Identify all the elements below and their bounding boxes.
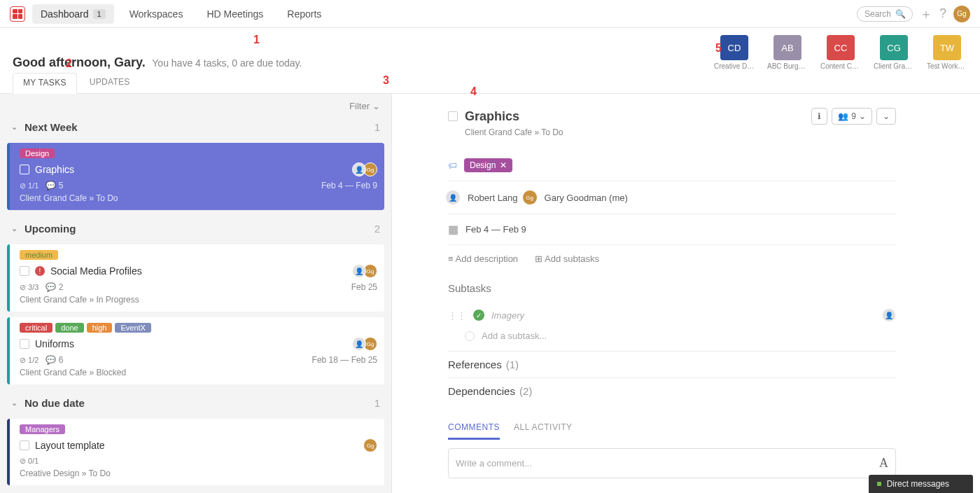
circle-icon (465, 331, 475, 341)
references-section[interactable]: References (1) (448, 351, 896, 377)
search-placeholder: Search (864, 9, 891, 19)
filter-button[interactable]: Filter ⌄ (0, 98, 391, 114)
task-card[interactable]: Design Graphics Gg ⊘ 1/1 💬 5 Feb 4 — Feb… (7, 143, 384, 210)
avatar[interactable] (352, 264, 366, 278)
task-path: Client Grand Cafe » In Progress (20, 295, 377, 305)
detail-actions-row: ≡ Add description ⊞ Add subtasks (448, 245, 896, 272)
subtasks-header: Subtasks (448, 282, 896, 294)
add-subtasks-button[interactable]: ⊞ Add subtasks (535, 254, 599, 264)
task-tag: done (55, 323, 83, 333)
section-count: 1 (374, 121, 380, 133)
section-header[interactable]: ⌄Next Week1 (0, 114, 391, 140)
subtabs: MY TASKS UPDATES (0, 70, 980, 94)
workspace-tile[interactable]: CCContent Cre... (820, 35, 861, 70)
chevron-down-icon: ⌄ (11, 398, 18, 408)
detail-dates-row[interactable]: ▦ Feb 4 — Feb 9 (448, 214, 896, 245)
nav-dashboard[interactable]: Dashboard 1 (32, 4, 114, 24)
task-list-pane: Filter ⌄ ⌄Next Week1 Design Graphics Gg … (0, 94, 392, 493)
workspace-tile[interactable]: ABABC Burgers... (767, 35, 808, 70)
dm-label: Direct messages (887, 479, 949, 489)
task-avatars: Gg (355, 337, 377, 351)
nav-label: Dashboard (41, 8, 89, 20)
detail-breadcrumb[interactable]: Client Grand Cafe » To Do (465, 127, 896, 137)
workspace-tile[interactable]: CDCreative De... (714, 35, 755, 70)
workspace-label: Test Worksp... (927, 62, 967, 70)
drag-handle-icon[interactable]: ⋮⋮ (448, 310, 466, 321)
greeting-sub: You have 4 tasks, 0 are due today. (152, 57, 302, 69)
task-card[interactable]: criticaldonehighEventX Uniforms Gg ⊘ 1/2… (7, 317, 384, 384)
task-checkbox[interactable] (20, 339, 29, 349)
search-input[interactable]: Search 🔍 (857, 6, 913, 22)
tag-row: medium (20, 250, 377, 260)
nav-workspaces[interactable]: Workspaces (121, 4, 192, 24)
subtask-item[interactable]: ⋮⋮ ✓ Imagery (448, 304, 896, 326)
status-dot-icon (877, 482, 881, 486)
task-card[interactable]: Managers Layout template Gg ⊘ 0/1 Creati… (7, 419, 384, 485)
greeting-main: Good afternoon, Gary. (13, 55, 146, 69)
filter-label: Filter (349, 101, 370, 111)
info-button[interactable]: ℹ (811, 108, 827, 125)
comment-placeholder: Write a comment... (456, 458, 532, 468)
comment-input[interactable]: Write a comment... A (448, 448, 896, 478)
dependencies-section[interactable]: Dependencies (2) (448, 377, 896, 404)
detail-tag-chip[interactable]: Design ✕ (464, 158, 512, 172)
app-logo[interactable] (10, 6, 25, 22)
add-subtask-input[interactable]: Add a subtask... (448, 326, 896, 351)
tab-activity[interactable]: ALL ACTIVITY (514, 417, 573, 440)
avatar[interactable] (352, 337, 366, 351)
task-checkbox[interactable] (20, 266, 29, 276)
detail-assignees-row: Robert Lang Gg Gary Goodman (me) (448, 181, 896, 214)
task-checkbox[interactable] (20, 165, 29, 174)
detail-title: Graphics (465, 109, 519, 124)
remove-tag-icon[interactable]: ✕ (500, 160, 507, 170)
subtasks-count: ⊘ 0/1 (20, 457, 38, 466)
format-icon[interactable]: A (879, 456, 888, 471)
tab-updates[interactable]: UPDATES (80, 73, 140, 93)
avatar[interactable] (352, 162, 366, 176)
detail-header: Graphics ℹ 👥 9 ⌄ ⌄ (448, 108, 896, 125)
assignee-name: Gary Goodman (me) (545, 193, 628, 203)
subtask-title: Imagery (491, 310, 524, 321)
avatar[interactable] (445, 190, 461, 205)
workspace-tiles: CDCreative De...ABABC Burgers...CCConten… (714, 35, 967, 70)
tag-row: criticaldonehighEventX (20, 323, 377, 333)
detail-tags-row: 🏷 Design ✕ (448, 150, 896, 181)
greeting-row: Good afternoon, Gary. You have 4 tasks, … (0, 28, 980, 70)
tab-my-tasks[interactable]: MY TASKS (13, 73, 77, 94)
task-tag: EventX (115, 323, 150, 333)
workspace-tile[interactable]: TWTest Worksp... (927, 35, 967, 70)
task-card[interactable]: medium ! Social Media Profiles Gg ⊘ 3/3 … (7, 244, 384, 312)
workspace-box: CC (827, 35, 855, 60)
comments-count: 💬 5 (46, 181, 63, 190)
chevron-down-icon: ⌄ (11, 123, 18, 132)
nav-reports[interactable]: Reports (279, 4, 330, 24)
avatar[interactable] (882, 308, 896, 322)
avatar-me[interactable]: Gg (953, 6, 970, 22)
section-header[interactable]: ⌄Upcoming2 (0, 216, 391, 242)
task-title: Layout template (35, 440, 105, 451)
section-name: Next Week (24, 121, 78, 133)
avatar[interactable]: Gg (522, 190, 538, 205)
workspace-label: Creative De... (714, 62, 755, 70)
comments-count: 💬 6 (46, 355, 63, 365)
tag-row: Managers (20, 424, 377, 434)
direct-messages-bar[interactable]: Direct messages (869, 475, 973, 493)
watchers-button[interactable]: 👥 9 ⌄ (832, 108, 872, 125)
check-complete-icon[interactable]: ✓ (473, 310, 484, 321)
tab-comments[interactable]: COMMENTS (448, 417, 500, 440)
more-button[interactable]: ⌄ (876, 108, 896, 125)
task-tag: high (87, 323, 113, 333)
add-icon[interactable]: ＋ (920, 6, 932, 22)
nav-meetings[interactable]: HD Meetings (198, 4, 272, 24)
avatar[interactable]: Gg (363, 438, 377, 452)
section-header[interactable]: ⌄No due date1 (0, 390, 391, 416)
workspace-tile[interactable]: CGClient Grand... (874, 35, 914, 70)
assignee-name: Robert Lang (468, 193, 518, 203)
task-checkbox[interactable] (20, 440, 29, 450)
workspace-label: Content Cre... (820, 62, 861, 70)
help-icon[interactable]: ? (939, 6, 946, 21)
task-path: Client Grand Cafe » To Do (20, 193, 377, 203)
add-description-button[interactable]: ≡ Add description (448, 254, 518, 264)
priority-icon: ! (35, 266, 45, 276)
detail-checkbox[interactable] (448, 111, 458, 121)
